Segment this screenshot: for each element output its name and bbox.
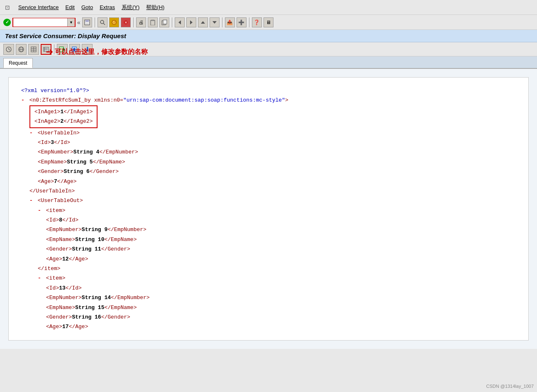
search-button[interactable] — [98, 17, 107, 27]
forward-button[interactable] — [186, 17, 196, 27]
export-button[interactable]: 📤 — [225, 17, 235, 27]
empNum14-line: <EmpNumber>String 14</EmpNumber> — [46, 293, 516, 302]
refresh-button[interactable]: ↺ — [109, 17, 119, 27]
menu-bar: ⊡ Service Interface Edit Goto Extras 系统(… — [0, 0, 537, 15]
clipboard2-button[interactable] — [159, 17, 169, 27]
gender11-open: <Gender> — [46, 246, 72, 252]
run-button[interactable] — [57, 44, 68, 55]
id13-open: <Id> — [46, 285, 59, 291]
tab-request[interactable]: Request — [3, 58, 33, 68]
stop-button[interactable]: ✕ — [121, 17, 131, 27]
add-button[interactable]: ➕ — [237, 17, 247, 27]
menu-goto[interactable]: Goto — [81, 4, 93, 10]
inAge-block: <InAge1>1</InAge1> <InAge2>2</InAge2> — [29, 105, 516, 128]
command-input[interactable] — [13, 18, 67, 27]
age12-val: 12 — [62, 256, 69, 262]
separator3 — [172, 17, 172, 27]
xml-root-attr: "urn:sap-com:document:sap:soap:functions… — [123, 97, 285, 103]
empName5-line: <EmpName>String 5</EmpName> — [38, 157, 516, 167]
back-button[interactable] — [175, 17, 185, 27]
annotation-text: 可以点击这里，修改参数的名称 — [55, 48, 148, 56]
empName15-line: <EmpName>String 15</EmpName> — [46, 303, 516, 312]
id13-close: </Id> — [66, 285, 82, 291]
inAge2-line: <InAge2>2</InAge2> — [34, 117, 93, 126]
inAge2-close: </InAge2> — [63, 118, 93, 124]
item1-close-line: </item> — [38, 264, 516, 273]
svg-rect-9 — [151, 20, 155, 25]
upload-button[interactable] — [69, 44, 80, 55]
xml-pi: <?xml version="1.0"?> — [21, 88, 89, 94]
gender6-close: </Gender> — [90, 168, 119, 175]
command-dropdown[interactable]: ▼ — [67, 18, 75, 27]
content-area: <?xml version="1.0"?> - <n0:ZTestRfcSumI… — [0, 69, 537, 349]
menu-help[interactable]: 帮助(H) — [146, 4, 164, 11]
age17-open: <Age> — [46, 324, 62, 330]
userTableIn-line: - <UserTableIn> — [29, 128, 516, 138]
empName10-val: String 10 — [75, 236, 104, 243]
page-title: Test Service Consumer: Display Request — [5, 32, 126, 39]
gender11-val: String 11 — [72, 246, 101, 252]
svg-line-19 — [9, 49, 10, 50]
item1-open: <item> — [46, 207, 66, 214]
globe-button[interactable] — [16, 44, 27, 55]
gender16-val: String 16 — [72, 314, 101, 320]
print-button[interactable]: 🖨 — [136, 17, 146, 27]
down-button[interactable] — [210, 17, 220, 27]
menu-extras[interactable]: Extras — [100, 4, 115, 10]
age7-line: <Age>7</Age> — [38, 177, 516, 186]
age12-close: </Age> — [69, 256, 88, 262]
help-button[interactable]: ❓ — [252, 17, 262, 27]
command-input-wrap: ▼ — [12, 18, 76, 27]
empNum14-open: <EmpNumber> — [46, 295, 82, 301]
xml-root-line: - <n0:ZTestRfcSumI_by xmlns:n0="urn:sap-… — [21, 95, 516, 105]
inAge2-open: <InAge2> — [34, 118, 60, 124]
empName10-close: </EmpName> — [104, 236, 137, 243]
empName10-line: <EmpName>String 10</EmpName> — [46, 235, 516, 244]
age7-val: 7 — [54, 178, 57, 185]
empNum9-val: String 9 — [82, 226, 107, 233]
clipboard1-button[interactable] — [148, 17, 158, 27]
empNum14-close: </EmpNumber> — [111, 295, 150, 301]
svg-point-3 — [100, 20, 104, 24]
svg-rect-10 — [151, 20, 154, 21]
svg-marker-15 — [201, 21, 205, 24]
app-icon: ⊡ — [3, 3, 12, 12]
id13-val: 13 — [59, 285, 66, 291]
minus-userTableIn: - — [29, 130, 33, 136]
svg-marker-14 — [190, 20, 193, 24]
id13-line: <Id>13</Id> — [46, 283, 516, 293]
empNum9-close: </EmpNumber> — [107, 226, 146, 233]
edit-param-button[interactable] — [41, 44, 51, 55]
gender6-line: <Gender>String 6</Gender> — [38, 167, 516, 176]
tab-strip: Request — [0, 56, 537, 69]
clock-button[interactable] — [3, 44, 14, 55]
empNum4-open: <EmpNumber> — [38, 149, 73, 155]
info-button[interactable]: ℹ — [82, 44, 93, 55]
empNum4-close: </EmpNumber> — [99, 149, 138, 155]
svg-marker-32 — [63, 48, 65, 51]
table-button[interactable] — [28, 44, 39, 55]
empNum9-line: <EmpNumber>String 9</EmpNumber> — [46, 225, 516, 234]
menu-edit[interactable]: Edit — [66, 4, 75, 10]
empName15-val: String 15 — [75, 304, 104, 311]
menu-service-interface[interactable]: Service Interface — [18, 4, 59, 10]
svg-rect-1 — [85, 20, 89, 22]
svg-text:✕: ✕ — [124, 21, 127, 24]
sub-toolbar: ℹ ➜ 可以点击这里，修改参数的名称 — [0, 42, 537, 56]
up-button[interactable] — [198, 17, 208, 27]
minus-item1: - — [38, 207, 41, 214]
userTableOut-line: - <UserTableOut> — [29, 196, 516, 205]
userTableIn-open: <UserTableIn> — [38, 130, 80, 136]
svg-rect-31 — [59, 47, 63, 52]
menu-system[interactable]: 系统(Y) — [122, 4, 139, 11]
display-button[interactable]: 🖥 — [264, 17, 273, 27]
minus-root: - — [21, 97, 24, 103]
svg-marker-16 — [212, 21, 217, 24]
save-button[interactable] — [82, 17, 92, 27]
age17-close: </Age> — [69, 324, 88, 330]
id3-val: 3 — [51, 139, 54, 146]
id8-open: <Id> — [46, 217, 59, 223]
gender11-line: <Gender>String 11</Gender> — [46, 244, 516, 254]
empName5-close: </EmpName> — [93, 159, 125, 165]
empName15-open: <EmpName> — [46, 304, 75, 311]
